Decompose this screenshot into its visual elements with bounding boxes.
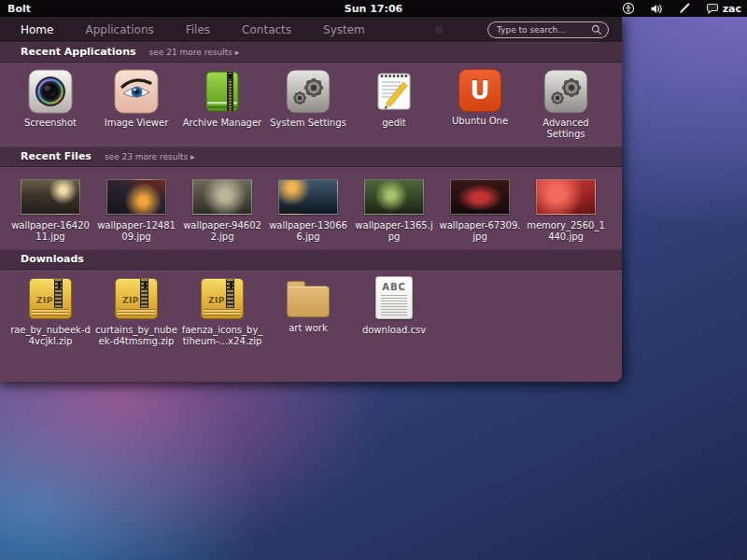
folder-icon (287, 286, 330, 317)
file-label: wallpaper-67309.jpg (439, 220, 521, 243)
system-tray: zac (622, 0, 741, 17)
section-title: Recent Files (21, 150, 92, 162)
search-box (487, 21, 609, 38)
tab-files[interactable]: Files (186, 23, 210, 36)
file-item[interactable]: wallpaper-946022.jpg (179, 167, 265, 249)
ubuntu-one-icon: U (458, 69, 501, 112)
bolt-panel: Home Applications Files Contacts System … (0, 17, 622, 382)
file-label: wallpaper-130666.jpg (267, 220, 349, 243)
app-label: Advanced Settings (525, 118, 607, 140)
file-label: download.csv (353, 325, 435, 336)
tab-system[interactable]: System (323, 23, 365, 36)
see-more-files-link[interactable]: see 23 more results ▸ (105, 152, 195, 161)
app-label: Archive Manager (181, 118, 263, 129)
file-label: memory_2560_1440.jpg (525, 220, 607, 243)
tab-bar: Home Applications Files Contacts System (0, 17, 622, 42)
recent-applications-row: Screenshot Image Viewer Archive Manager … (0, 63, 622, 147)
section-header-downloads: Downloads (0, 249, 622, 270)
tab-applications[interactable]: Applications (85, 23, 153, 36)
zipper-pull (230, 281, 233, 288)
app-label: Screenshot (9, 118, 92, 129)
image-thumbnail (21, 179, 80, 215)
zip-text: ZIP (208, 296, 225, 305)
desktop-wallpaper: Bolt Sun 17:06 (0, 0, 747, 560)
section-header-recent-applications: Recent Applications see 21 more results … (0, 42, 622, 63)
file-item[interactable]: wallpaper-1642011.jpg (7, 167, 93, 249)
app-label: Ubuntu One (439, 116, 521, 127)
search-input[interactable] (488, 25, 591, 35)
image-thumbnail (278, 179, 338, 215)
tab-home[interactable]: Home (21, 23, 53, 36)
search-spinner (435, 26, 443, 34)
file-item[interactable]: memory_2560_1440.jpg (523, 167, 609, 249)
user-menu[interactable]: zac (706, 3, 741, 15)
gears-icon (286, 69, 331, 114)
app-item-image-viewer[interactable]: Image Viewer (93, 63, 179, 147)
image-thumbnail (192, 179, 252, 215)
file-label: rae_by_nubeek-d4vcjkl.zip (9, 325, 92, 347)
section-title: Downloads (21, 253, 84, 265)
zip-text: ZIP (36, 296, 53, 305)
file-label: wallpaper-1642011.jpg (9, 220, 92, 243)
section-title: Recent Applications (21, 46, 136, 58)
app-label: gedit (353, 118, 435, 129)
top-bar: Bolt Sun 17:06 (0, 0, 747, 17)
green-zip-book-icon (200, 69, 245, 114)
image-thumbnail (536, 179, 596, 215)
volume-icon[interactable] (650, 3, 663, 15)
download-item-csv[interactable]: ABC download.csv (351, 270, 437, 382)
see-more-applications-link[interactable]: see 21 more results ▸ (149, 48, 240, 57)
zip-text: ZIP (122, 296, 139, 305)
image-thumbnail (450, 179, 510, 215)
app-item-screenshot[interactable]: Screenshot (7, 63, 93, 147)
file-item[interactable]: wallpaper-130666.jpg (265, 167, 351, 249)
file-label: wallpaper-1365.jpg (353, 220, 435, 243)
tab-contacts[interactable]: Contacts (242, 23, 291, 36)
zip-archive-icon: ZIP (115, 278, 158, 319)
app-item-system-settings[interactable]: System Settings (265, 63, 351, 147)
ubuntu-one-letter: U (470, 77, 489, 105)
download-item-zip[interactable]: ZIP rae_by_nubeek-d4vcjkl.zip (7, 270, 93, 382)
file-label: wallpaper-1248109.jpg (95, 220, 177, 243)
download-item-zip[interactable]: ZIP curtains_by_nubeek-d4tmsmg.zip (93, 270, 179, 382)
section-header-recent-files: Recent Files see 23 more results ▸ (0, 147, 622, 167)
file-label: faenza_icons_by_tiheum-...x24.zip (181, 325, 263, 347)
file-item[interactable]: wallpaper-1365.jpg (351, 167, 437, 249)
accessibility-icon[interactable] (622, 2, 635, 15)
image-thumbnail (364, 179, 424, 215)
camera-lens-icon (28, 69, 73, 114)
app-label: Image Viewer (95, 118, 177, 129)
pen-input-icon[interactable] (678, 2, 691, 15)
app-item-advanced-settings[interactable]: Advanced Settings (523, 63, 609, 147)
app-label: System Settings (267, 118, 349, 129)
csv-document-icon: ABC (375, 276, 413, 319)
chat-bubble-icon (706, 3, 719, 15)
zip-archive-icon: ZIP (201, 278, 244, 319)
username: zac (723, 3, 741, 15)
search-icon (591, 24, 602, 35)
notepad-pencil-icon (372, 69, 416, 114)
file-item[interactable]: wallpaper-67309.jpg (437, 167, 523, 249)
eye-icon (114, 69, 159, 114)
download-item-zip[interactable]: ZIP faenza_icons_by_tiheum-...x24.zip (179, 270, 265, 382)
app-item-archive-manager[interactable]: Archive Manager (179, 63, 265, 147)
app-item-ubuntu-one[interactable]: U Ubuntu One (437, 63, 523, 147)
file-item[interactable]: wallpaper-1248109.jpg (93, 167, 179, 249)
download-item-folder[interactable]: art work (265, 270, 351, 382)
zipper-pull (144, 281, 147, 288)
app-item-gedit[interactable]: gedit (351, 63, 437, 147)
file-label: art work (267, 323, 349, 334)
zipper-pull (58, 281, 61, 288)
zip-archive-icon: ZIP (29, 278, 72, 319)
abc-text: ABC (382, 282, 406, 292)
document-text-lines (381, 295, 407, 315)
file-label: curtains_by_nubeek-d4tmsmg.zip (95, 325, 177, 347)
image-thumbnail (106, 179, 166, 215)
gears-icon (543, 69, 588, 114)
file-label: wallpaper-946022.jpg (181, 220, 263, 243)
recent-files-row: wallpaper-1642011.jpg wallpaper-1248109.… (0, 167, 622, 249)
downloads-row: ZIP rae_by_nubeek-d4vcjkl.zip ZIP curtai… (0, 270, 622, 382)
